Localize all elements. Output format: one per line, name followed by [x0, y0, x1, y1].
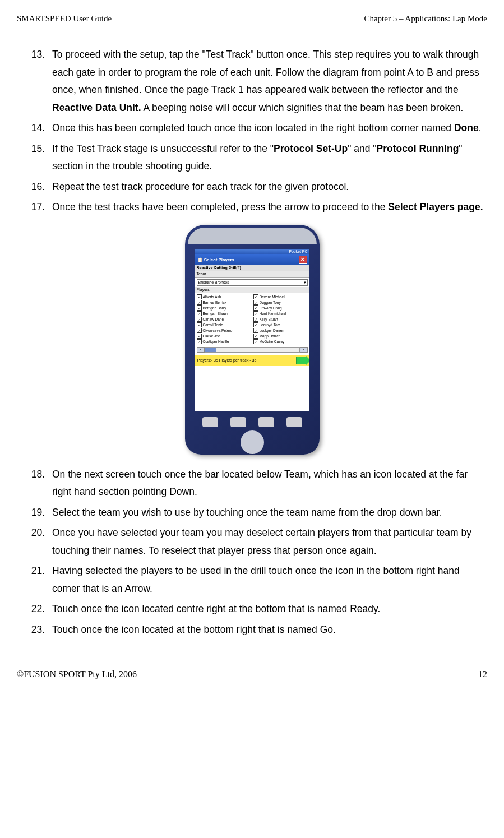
header-right: Chapter 5 – Applications: Lap Mode	[364, 11, 487, 26]
checkbox-icon[interactable]: ✓	[197, 328, 202, 333]
player-row[interactable]: ✓Duggan Tony	[253, 300, 308, 305]
player-row[interactable]: ✓Kelly Stuart	[253, 317, 308, 322]
step-20: Once you have selected your team you may…	[48, 524, 487, 559]
player-name: Barnes Berrick	[203, 300, 227, 305]
player-row[interactable]: ✓Costigan Neville	[197, 339, 251, 344]
step-13: To proceed with the setup, tap the "Test…	[48, 46, 487, 117]
player-row[interactable]: ✓Alberts Ash	[197, 294, 251, 299]
horizontal-scrollbar[interactable]: ‹ ›	[197, 347, 308, 353]
checkbox-icon[interactable]: ✓	[253, 317, 258, 322]
pda-speaker	[188, 228, 317, 244]
close-icon[interactable]: ✕	[299, 256, 307, 264]
player-row[interactable]: ✓McGuire Casey	[253, 339, 308, 344]
checkbox-icon[interactable]: ✓	[197, 334, 202, 339]
player-name: Duggan Tony	[260, 300, 281, 305]
players-count-label: Players:- 35 Players per track:- 35	[197, 358, 257, 363]
step-19: Select the team you wish to use by touch…	[48, 504, 487, 522]
page-footer: ©FUSION SPORT Pty Ltd, 2006 12	[17, 666, 487, 683]
status-row: Players:- 35 Players per track:- 35	[195, 355, 309, 366]
team-value: Brisbane Broncos	[198, 280, 229, 285]
player-row[interactable]: ✓Carlaw Dane	[197, 317, 251, 322]
player-row[interactable]: ✓Lockyer Darren	[253, 328, 308, 333]
player-row[interactable]: ✓Hunt Karmichael	[253, 311, 308, 316]
next-arrow-icon[interactable]	[296, 357, 307, 364]
scroll-thumb[interactable]	[205, 348, 216, 352]
pda-screenshot: Pocket PC 📋 Select Players ✕ Reactive Cu…	[17, 225, 487, 455]
players-section-header: Players	[195, 287, 309, 293]
player-name: Civoniceva Petero	[203, 328, 233, 333]
header-left: SMARTSPEED User Guide	[17, 11, 112, 26]
hw-button[interactable]	[230, 417, 246, 427]
player-name: Frawley Craig	[260, 306, 282, 311]
checkbox-icon[interactable]: ✓	[253, 328, 258, 333]
checkbox-icon[interactable]: ✓	[253, 334, 258, 339]
checkbox-icon[interactable]: ✓	[197, 300, 202, 305]
footer-left: ©FUSION SPORT Pty Ltd, 2006	[17, 666, 137, 683]
window-title: 📋 Select Players	[197, 257, 235, 263]
checkbox-icon[interactable]: ✓	[253, 300, 258, 305]
player-row[interactable]: ✓Clarke Joe	[197, 334, 251, 339]
checkbox-icon[interactable]: ✓	[197, 322, 202, 327]
player-row[interactable]: ✓Devere Michael	[253, 294, 308, 299]
step-16: Repeat the test track procedure for each…	[48, 178, 487, 196]
step-18: On the next screen touch once the bar lo…	[48, 466, 487, 501]
hw-dpad[interactable]	[241, 430, 264, 454]
pda-device: Pocket PC 📋 Select Players ✕ Reactive Cu…	[185, 225, 320, 455]
player-name: Berrigan Shaun	[203, 312, 228, 316]
checkbox-icon[interactable]: ✓	[197, 311, 202, 316]
player-row[interactable]: ✓Learoyd Tom	[253, 322, 308, 327]
player-name: Lockyer Darren	[260, 328, 284, 333]
pda-hw-buttons-row	[196, 417, 308, 427]
scroll-left-icon[interactable]: ‹	[197, 347, 205, 353]
hw-button[interactable]	[286, 417, 302, 427]
step-14: Once this has been completed touch once …	[48, 119, 487, 137]
page-header: SMARTSPEED User Guide Chapter 5 – Applic…	[17, 11, 487, 26]
step-22: Touch once the icon located centre right…	[48, 600, 487, 618]
player-row[interactable]: ✓Frawley Craig	[253, 305, 308, 311]
step-17: Once the test tracks have been completed…	[48, 198, 487, 216]
team-section-header: Team	[195, 271, 309, 277]
player-name: Kelly Stuart	[260, 317, 278, 322]
checkbox-icon[interactable]: ✓	[197, 339, 202, 344]
footer-right: 12	[478, 666, 487, 683]
player-name: Clarke Joe	[203, 334, 220, 339]
checkbox-icon[interactable]: ✓	[197, 294, 202, 299]
player-row[interactable]: ✓Berrigan Shaun	[197, 311, 251, 316]
status-bar: Pocket PC	[195, 249, 309, 254]
checkbox-icon[interactable]: ✓	[197, 305, 202, 311]
player-name: Learoyd Tom	[260, 323, 280, 327]
player-name: Hunt Karmichael	[260, 312, 286, 316]
step-15: If the Test Track stage is unsuccessful …	[48, 140, 487, 175]
player-row[interactable]: ✓Mapp Darren	[253, 334, 308, 339]
scroll-right-icon[interactable]: ›	[300, 347, 308, 353]
checkbox-icon[interactable]: ✓	[253, 322, 258, 327]
scroll-track[interactable]	[205, 347, 300, 353]
checkbox-icon[interactable]: ✓	[253, 339, 258, 344]
drill-name-bar: Reactive Cutting Drill(4)	[195, 265, 309, 271]
checkbox-icon[interactable]: ✓	[253, 311, 258, 316]
team-dropdown[interactable]: Brisbane Broncos ▾	[197, 279, 308, 286]
checkbox-icon[interactable]: ✓	[253, 294, 258, 299]
player-name: Carroll Tonie	[203, 323, 223, 327]
players-right-column: ✓Devere Michael✓Duggan Tony✓Frawley Crai…	[253, 294, 308, 345]
players-left-column: ✓Alberts Ash✓Barnes Berrick✓Berrigan Bar…	[197, 294, 251, 345]
step-21: Having selected the players to be used i…	[48, 562, 487, 598]
chevron-down-icon: ▾	[304, 280, 306, 285]
player-name: McGuire Casey	[260, 340, 285, 344]
player-name: Carlaw Dane	[203, 317, 224, 322]
player-row[interactable]: ✓Barnes Berrick	[197, 300, 251, 305]
step-23: Touch once the icon located at the botto…	[48, 621, 487, 639]
player-name: Mapp Darren	[260, 334, 281, 339]
instruction-list-2: On the next screen touch once the bar lo…	[17, 466, 487, 639]
player-row[interactable]: ✓Berrigan Barry	[197, 305, 251, 311]
player-name: Berrigan Barry	[203, 306, 226, 311]
player-name: Alberts Ash	[203, 295, 221, 299]
pda-screen: Pocket PC 📋 Select Players ✕ Reactive Cu…	[195, 249, 309, 411]
player-name: Costigan Neville	[203, 340, 229, 344]
player-row[interactable]: ✓Carroll Tonie	[197, 322, 251, 327]
hw-button[interactable]	[202, 417, 218, 427]
player-row[interactable]: ✓Civoniceva Petero	[197, 328, 251, 333]
checkbox-icon[interactable]: ✓	[197, 317, 202, 322]
checkbox-icon[interactable]: ✓	[253, 305, 258, 311]
hw-button[interactable]	[258, 417, 274, 427]
